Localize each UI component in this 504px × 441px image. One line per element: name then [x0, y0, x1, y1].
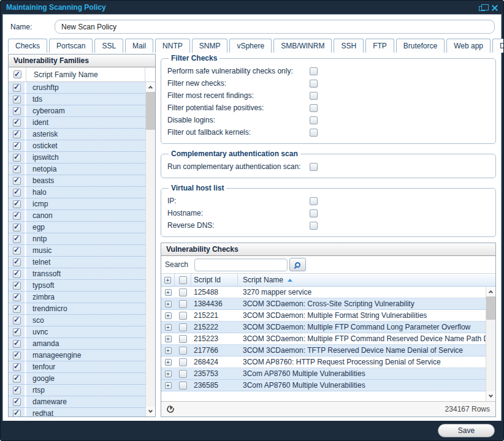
family-row[interactable]: canon: [9, 210, 145, 222]
option-checkbox[interactable]: [310, 104, 318, 112]
family-checkbox[interactable]: [13, 154, 21, 162]
option-checkbox[interactable]: [310, 209, 318, 217]
family-checkbox[interactable]: [13, 119, 21, 127]
family-checkbox[interactable]: [13, 200, 21, 208]
tab[interactable]: NNTP: [155, 39, 190, 53]
check-checkbox[interactable]: [179, 382, 187, 390]
tab[interactable]: SSH: [334, 39, 364, 53]
check-row[interactable]: + 217766 3COM 3CDaemon: TFTP Reserved De…: [161, 345, 486, 356]
family-checkbox[interactable]: [13, 398, 21, 406]
family-row[interactable]: uvnc: [9, 326, 145, 338]
family-row[interactable]: nntp: [9, 233, 145, 245]
check-row[interactable]: + 235753 3Com AP8760 Multiple Vulnerabil…: [161, 368, 486, 380]
family-checkbox[interactable]: [13, 189, 21, 197]
family-row[interactable]: typsoft: [9, 280, 145, 292]
expand-all-icon[interactable]: +: [164, 277, 171, 284]
expand-row-icon[interactable]: +: [165, 371, 172, 377]
family-checkbox[interactable]: [13, 328, 21, 336]
check-checkbox[interactable]: [179, 358, 187, 366]
family-row[interactable]: ident: [9, 117, 145, 129]
tab[interactable]: Portscan: [49, 39, 93, 53]
family-row[interactable]: transsoft: [9, 268, 145, 280]
family-checkbox[interactable]: [13, 293, 21, 301]
family-checkbox[interactable]: [13, 363, 21, 371]
expand-row-icon[interactable]: +: [165, 289, 172, 296]
select-all-families-checkbox[interactable]: [13, 70, 21, 78]
family-row[interactable]: halo: [9, 187, 145, 198]
option-checkbox[interactable]: [310, 116, 318, 124]
search-button[interactable]: [289, 258, 306, 271]
check-row[interactable]: + 236585 3Com AP8760 Multiple Vulnerabil…: [161, 380, 486, 391]
family-row[interactable]: sco: [9, 315, 145, 326]
family-row[interactable]: asterisk: [9, 129, 145, 140]
check-row[interactable]: + 268424 3COM AP8760: HTTP Request Proce…: [161, 356, 486, 368]
family-row[interactable]: rtsp: [9, 385, 145, 396]
family-row[interactable]: google: [9, 373, 145, 385]
option-checkbox[interactable]: [310, 67, 318, 75]
check-row[interactable]: + 1384436 3COM 3CDaemon: Cross-Site Scri…: [161, 298, 486, 310]
check-checkbox[interactable]: [179, 288, 187, 296]
family-checkbox[interactable]: [13, 258, 21, 266]
tab[interactable]: Web app: [446, 39, 491, 53]
checks-scroll-thumb[interactable]: [486, 296, 495, 320]
tab[interactable]: SSL: [94, 39, 123, 53]
family-checkbox[interactable]: [13, 212, 21, 220]
expand-row-icon[interactable]: +: [165, 336, 172, 342]
family-row[interactable]: manageengine: [9, 350, 145, 361]
save-button[interactable]: Save: [438, 424, 495, 437]
checks-scroll-track[interactable]: [486, 320, 495, 391]
restore-icon[interactable]: [479, 6, 485, 11]
families-scroll-track[interactable]: [146, 130, 155, 407]
expand-row-icon[interactable]: +: [165, 382, 172, 389]
family-checkbox[interactable]: [13, 375, 21, 383]
family-checkbox[interactable]: [13, 317, 21, 325]
tab[interactable]: Bruteforce: [396, 39, 445, 53]
tab[interactable]: Description: [492, 39, 504, 53]
col-script-id[interactable]: Script Id: [191, 274, 238, 286]
expand-row-icon[interactable]: +: [165, 359, 172, 366]
family-checkbox[interactable]: [13, 130, 21, 138]
family-checkbox[interactable]: [13, 305, 21, 313]
tab[interactable]: SMB/WINRM: [273, 39, 332, 53]
expand-row-icon[interactable]: +: [165, 312, 172, 319]
family-checkbox[interactable]: [13, 270, 21, 278]
family-checkbox[interactable]: [13, 84, 21, 92]
family-row[interactable]: crushftp: [9, 82, 145, 94]
refresh-icon[interactable]: [166, 404, 175, 414]
check-row[interactable]: + 125488 3270 mapper service: [161, 287, 486, 298]
scroll-up-icon[interactable]: [486, 287, 495, 296]
family-row[interactable]: trendmicro: [9, 303, 145, 315]
scroll-up-icon[interactable]: [146, 82, 155, 92]
family-row[interactable]: tds: [9, 94, 145, 105]
scroll-down-icon[interactable]: [146, 407, 155, 417]
policy-name-input[interactable]: [55, 20, 495, 34]
check-checkbox[interactable]: [179, 312, 187, 320]
col-script-name[interactable]: Script Name: [238, 274, 495, 286]
family-checkbox[interactable]: [13, 177, 21, 185]
option-checkbox[interactable]: [310, 92, 318, 100]
family-row[interactable]: egp: [9, 222, 145, 233]
family-checkbox[interactable]: [13, 386, 21, 394]
check-row[interactable]: + 215223 3COM 3CDaemon: Multiple FTP Com…: [161, 333, 486, 345]
check-row[interactable]: + 215222 3COM 3CDaemon: Multiple FTP Com…: [161, 322, 486, 333]
option-checkbox[interactable]: [310, 222, 318, 230]
expand-row-icon[interactable]: +: [165, 324, 172, 331]
families-scrollbar[interactable]: [145, 82, 155, 417]
checks-scrollbar[interactable]: [486, 287, 495, 401]
tab[interactable]: vSphere: [229, 39, 272, 53]
search-input[interactable]: [194, 258, 288, 271]
families-scroll-thumb[interactable]: [146, 92, 155, 130]
tab[interactable]: Checks: [8, 39, 47, 53]
family-row[interactable]: netopia: [9, 164, 145, 175]
check-checkbox[interactable]: [179, 323, 187, 331]
family-row[interactable]: cyberoam: [9, 105, 145, 117]
option-checkbox[interactable]: [310, 129, 318, 137]
family-row[interactable]: osticket: [9, 140, 145, 152]
family-row[interactable]: amanda: [9, 338, 145, 350]
tab[interactable]: SNMP: [192, 39, 228, 53]
tab[interactable]: FTP: [365, 39, 394, 53]
expand-row-icon[interactable]: +: [165, 347, 172, 354]
family-row[interactable]: zimbra: [9, 292, 145, 303]
family-checkbox[interactable]: [13, 410, 21, 417]
family-row[interactable]: beasts: [9, 175, 145, 187]
